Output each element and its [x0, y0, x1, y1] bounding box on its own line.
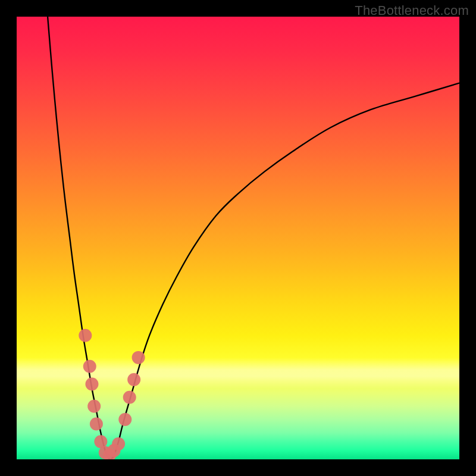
- curve-marker: [127, 373, 140, 386]
- plot-area: [17, 17, 459, 459]
- curve-marker: [87, 400, 101, 413]
- curve-markers: [79, 329, 145, 459]
- curve-marker: [83, 360, 96, 373]
- chart-frame: TheBottleneck.com: [0, 0, 476, 476]
- curve-layer: [17, 17, 459, 459]
- bottleneck-curve: [48, 17, 459, 459]
- curve-marker: [85, 378, 98, 391]
- curve-marker: [90, 417, 103, 430]
- curve-marker: [123, 391, 136, 404]
- curve-marker: [132, 351, 145, 364]
- curve-marker: [112, 437, 125, 450]
- curve-marker: [79, 329, 92, 342]
- curve-marker: [118, 413, 131, 426]
